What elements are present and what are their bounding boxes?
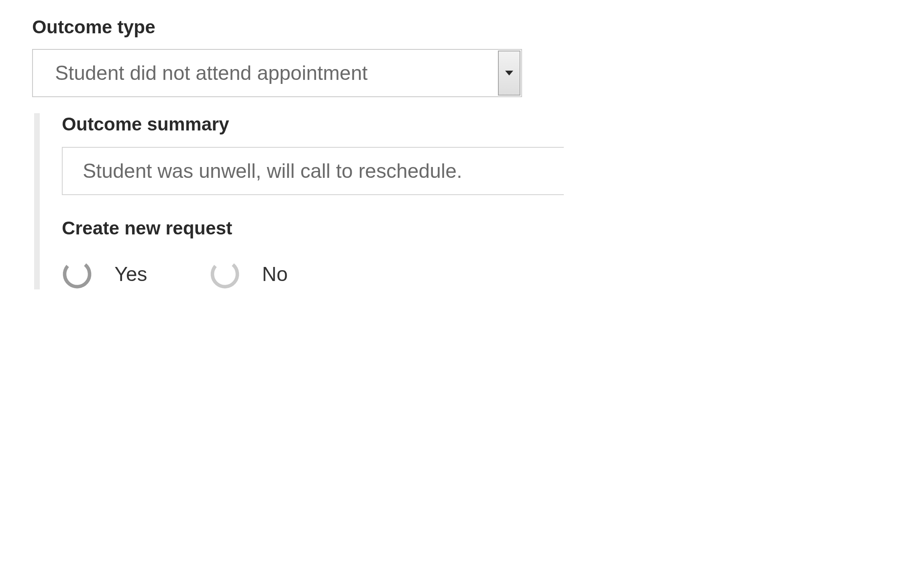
outcome-form: Outcome type Student did not attend appo… (32, 16, 924, 289)
svg-point-0 (59, 257, 95, 292)
chevron-down-icon (505, 71, 513, 75)
outcome-detail-section: Outcome summary Student was unwell, will… (34, 113, 924, 289)
outcome-summary-value: Student was unwell, will call to resched… (83, 159, 462, 183)
radio-label: Yes (114, 263, 147, 286)
svg-point-1 (207, 257, 243, 292)
outcome-summary-input[interactable]: Student was unwell, will call to resched… (62, 147, 564, 195)
create-new-request-radio-group: Yes No (62, 259, 924, 289)
radio-label: No (262, 263, 288, 286)
outcome-type-dropdown-button[interactable] (498, 51, 520, 96)
outcome-type-selected-value: Student did not attend appointment (33, 50, 497, 96)
create-new-request-label: Create new request (62, 217, 924, 239)
outcome-summary-label: Outcome summary (62, 113, 924, 135)
outcome-type-select[interactable]: Student did not attend appointment (32, 49, 522, 97)
outcome-type-label: Outcome type (32, 16, 924, 38)
radio-option-yes[interactable]: Yes (62, 259, 147, 289)
radio-option-no[interactable]: No (210, 259, 288, 289)
radio-icon (62, 259, 92, 289)
radio-icon (210, 259, 240, 289)
